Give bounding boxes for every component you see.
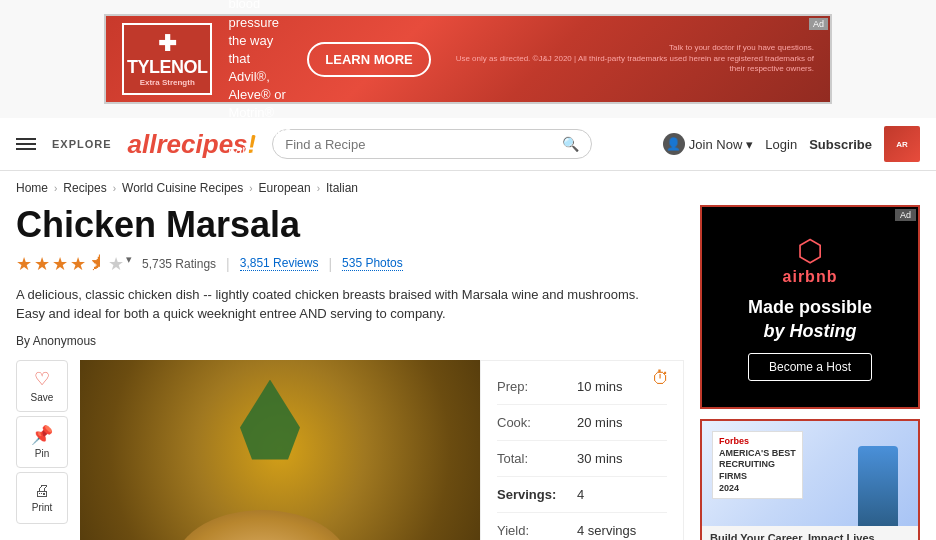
learn-more-button[interactable]: LEARN MORE: [307, 42, 430, 77]
action-sidebar: ♡ Save 📌 Pin 🖨 Print: [16, 360, 68, 540]
pin-button[interactable]: 📌 Pin: [16, 416, 68, 468]
airbnb-brand: airbnb: [783, 268, 838, 286]
breadcrumb-european[interactable]: European: [259, 181, 311, 195]
rating-dropdown-icon[interactable]: ▾: [126, 253, 132, 275]
breadcrumb-sep-1: ›: [54, 183, 57, 194]
star-3: ★: [52, 253, 68, 275]
yield-value: 4 servings: [577, 523, 636, 538]
forbes-tagline: Build Your Career. Impact Lives.: [702, 526, 918, 540]
airbnb-logo-icon: ⬡: [783, 233, 838, 268]
total-value: 30 mins: [577, 451, 623, 466]
total-row: Total: 30 mins: [497, 441, 667, 477]
total-label: Total:: [497, 451, 577, 466]
breadcrumb-world-cuisine[interactable]: World Cuisine Recipes: [122, 181, 243, 195]
servings-value: 4: [577, 487, 584, 502]
top-ad-banner: ✚ TYLENOL Extra Strength Won't raise blo…: [104, 14, 832, 104]
airbnb-cta-button[interactable]: Become a Host: [748, 353, 872, 381]
save-button[interactable]: ♡ Save: [16, 360, 68, 412]
star-2: ★: [34, 253, 50, 275]
star-half: ⯨: [88, 253, 106, 275]
search-input[interactable]: [285, 137, 554, 152]
airbnb-logo-area: ⬡ airbnb: [783, 233, 838, 286]
heart-icon: ♡: [34, 368, 50, 390]
ad-label: Ad: [809, 18, 828, 30]
reviews-link[interactable]: 3,851 Reviews: [240, 256, 319, 271]
info-panel-wrapper: ⏱ Prep: 10 mins Cook: 20 mins Total: 30 …: [480, 360, 684, 540]
breadcrumb-sep-2: ›: [113, 183, 116, 194]
prep-row: Prep: 10 mins: [497, 369, 667, 405]
ad-fine-print: Talk to your doctor if you have question…: [447, 43, 814, 74]
subscribe-button[interactable]: Subscribe: [809, 137, 872, 152]
header-thumbnail: AR: [884, 126, 920, 162]
breadcrumb-home[interactable]: Home: [16, 181, 48, 195]
garnish: [240, 380, 300, 460]
breadcrumb-current: Italian: [326, 181, 358, 195]
breadcrumb: Home › Recipes › World Cuisine Recipes ›…: [0, 171, 936, 205]
pasta-noodles: [172, 510, 352, 540]
ad-headline: Won't raise blood pressure the way that: [228, 0, 291, 68]
rating-row: ★ ★ ★ ★ ⯨ ★ ▾ 5,735 Ratings | 3,851 Revi…: [16, 253, 684, 275]
yield-row: Yield: 4 servings: [497, 513, 667, 540]
forbes-figure: [858, 446, 898, 526]
airbnb-ad: Ad ⬡ airbnb Made possible by Hosting Bec…: [700, 205, 920, 409]
prep-label: Prep:: [497, 379, 577, 394]
ad-subheadline: Advil®, Aleve® or Motrin® sometimes can.: [228, 68, 291, 159]
servings-label: Servings:: [497, 487, 577, 502]
search-icon: 🔍: [562, 136, 579, 152]
cook-label: Cook:: [497, 415, 577, 430]
recipe-title: Chicken Marsala: [16, 205, 684, 245]
hamburger-menu[interactable]: [16, 138, 36, 150]
join-now-button[interactable]: 👤 Join Now ▾: [663, 133, 753, 155]
cook-value: 20 mins: [577, 415, 623, 430]
printer-icon: 🖨: [34, 482, 50, 500]
star-4: ★: [70, 253, 86, 275]
explore-label: EXPLORE: [52, 138, 112, 150]
star-1: ★: [16, 253, 32, 275]
tylenol-logo: ✚ TYLENOL Extra Strength: [122, 23, 212, 95]
forbes-image: Forbes AMERICA'S BEST RECRUITING FIRMS 2…: [702, 421, 918, 526]
info-panel: ⏱ Prep: 10 mins Cook: 20 mins Total: 30 …: [480, 360, 684, 540]
main-layout: Chicken Marsala ★ ★ ★ ★ ⯨ ★ ▾ 5,735 Rati…: [0, 205, 936, 540]
ratings-count: 5,735 Ratings: [142, 257, 216, 271]
photos-link[interactable]: 535 Photos: [342, 256, 403, 271]
login-button[interactable]: Login: [765, 137, 797, 152]
prep-value: 10 mins: [577, 379, 623, 394]
print-button[interactable]: 🖨 Print: [16, 472, 68, 524]
pin-icon: 📌: [31, 424, 53, 446]
airbnb-ad-label: Ad: [895, 209, 916, 221]
breadcrumb-sep-3: ›: [249, 183, 252, 194]
cook-row: Cook: 20 mins: [497, 405, 667, 441]
forbes-ad: Ad Forbes AMERICA'S BEST RECRUITING FIRM…: [700, 419, 920, 540]
timer-icon[interactable]: ⏱: [652, 368, 676, 392]
header-right: 👤 Join Now ▾ Login Subscribe AR: [663, 126, 920, 162]
star-empty: ★: [108, 253, 124, 275]
search-bar[interactable]: 🔍: [272, 129, 592, 159]
author-row: By Anonymous: [16, 334, 684, 348]
servings-row: Servings: 4: [497, 477, 667, 513]
breadcrumb-recipes[interactable]: Recipes: [63, 181, 106, 195]
recipe-content-row: ♡ Save 📌 Pin 🖨 Print: [16, 360, 684, 540]
airbnb-headline: Made possible by Hosting: [748, 296, 872, 343]
person-icon: 👤: [663, 133, 685, 155]
recipe-description: A delicious, classic chicken dish -- lig…: [16, 285, 656, 324]
right-sidebar: Ad ⬡ airbnb Made possible by Hosting Bec…: [700, 205, 920, 540]
content-area: Chicken Marsala ★ ★ ★ ★ ⯨ ★ ▾ 5,735 Rati…: [16, 205, 684, 540]
yield-label: Yield:: [497, 523, 577, 538]
breadcrumb-sep-4: ›: [317, 183, 320, 194]
recipe-photo: ▶ Watch: [80, 360, 480, 540]
site-header: EXPLORE allrecipes! 🔍 👤 Join Now ▾ Login…: [0, 118, 936, 171]
star-rating: ★ ★ ★ ★ ⯨ ★ ▾: [16, 253, 132, 275]
